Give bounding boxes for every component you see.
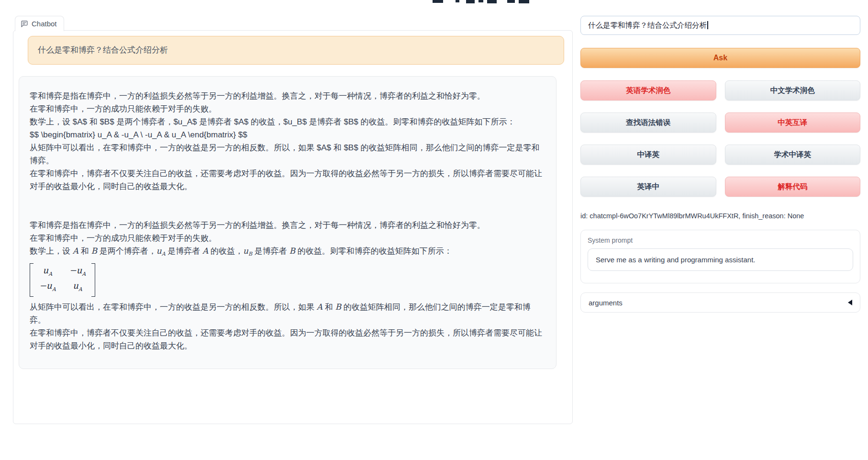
message-line-latex-source: $$ \begin{bmatrix} u_A & -u_A \ -u_A & u…: [30, 128, 545, 141]
arguments-accordion[interactable]: arguments: [580, 292, 860, 313]
matrix-entry: uA: [69, 280, 86, 295]
function-button-english-academic-polish[interactable]: 英语学术润色: [580, 80, 716, 101]
matrix-entry: uA: [39, 265, 56, 280]
message-line: 在零和博弈中，一方的成功只能依赖于对手的失败。: [30, 232, 545, 245]
question-input-value: 什么是零和博弈？结合公式介绍分析: [588, 21, 707, 29]
message-line: 在零和博弈中，博弈者不仅要关注自己的收益，还需要考虑对手的收益。因为一方取得的收…: [30, 326, 545, 352]
matrix-entry: −uA: [69, 265, 86, 280]
bot-message-bubble: 零和博弈是指在博弈中，一方的利益损失必然等于另一方的利益增益。换言之，对于每一种…: [19, 76, 556, 369]
chatbot-panel: 什么是零和博弈？结合公式介绍分析 零和博弈是指在博弈中，一方的利益损失必然等于另…: [13, 30, 573, 424]
matrix-left-bracket: [30, 263, 33, 296]
bot-rendered-latex-block: 零和博弈是指在博弈中，一方的利益损失必然等于另一方的利益增益。换言之，对于每一种…: [30, 219, 545, 352]
function-button-explain-code[interactable]: 解释代码: [725, 177, 861, 197]
text-caret: [707, 21, 708, 29]
ask-button[interactable]: Ask: [580, 48, 860, 68]
function-button-zh-en-mutual-translate[interactable]: 中英互译: [725, 112, 861, 133]
system-prompt-value: Serve me as a writing and programming as…: [596, 256, 755, 264]
chat-bubble-icon: [21, 20, 28, 28]
message-line: 从矩阵中可以看出，在零和博弈中，一方的收益是另一方的相反数。所以，如果 $A$ …: [30, 141, 545, 167]
clipped-page-title: [431, 0, 545, 4]
accordion-collapsed-icon: [848, 300, 852, 305]
control-column: 什么是零和博弈？结合公式介绍分析 Ask 英语学术润色中文学术润色查找语法错误中…: [580, 0, 860, 460]
chatbot-label-chip: Chatbot: [15, 16, 64, 31]
message-line: 零和博弈是指在博弈中，一方的利益损失必然等于另一方的利益增益。换言之，对于每一种…: [30, 219, 545, 232]
matrix-entry: −uA: [39, 280, 56, 295]
message-line: 零和博弈是指在博弈中，一方的利益损失必然等于另一方的利益增益。换言之，对于每一种…: [30, 90, 545, 102]
function-button-en-to-zh[interactable]: 英译中: [580, 177, 716, 197]
message-line-with-math: 从矩阵中可以看出，在零和博弈中，一方的收益是另一方的相反数。所以，如果 A 和 …: [30, 301, 545, 326]
message-line: 在零和博弈中，博弈者不仅要关注自己的收益，还需要考虑对手的收益。因为一方取得的收…: [30, 167, 545, 193]
status-line: id: chatcmpl-6wOo7KrYTwMl89lbrMWRu4UkFFX…: [580, 212, 860, 220]
function-button-academic-zh-to-en[interactable]: 学术中译英: [725, 145, 861, 165]
function-button-grid: 英语学术润色中文学术润色查找语法错误中英互译中译英学术中译英英译中解释代码: [580, 80, 860, 197]
user-message-text: 什么是零和博弈？结合公式介绍分析: [38, 45, 168, 55]
system-prompt-input[interactable]: Serve me as a writing and programming as…: [588, 248, 853, 271]
function-button-zh-to-en[interactable]: 中译英: [580, 145, 716, 165]
bot-raw-latex-block: 零和博弈是指在博弈中，一方的利益损失必然等于另一方的利益增益。换言之，对于每一种…: [30, 90, 545, 193]
message-line: 数学上，设 $A$ 和 $B$ 是两个博弈者，$u_A$ 是博弈者 $A$ 的收…: [30, 115, 545, 128]
question-input[interactable]: 什么是零和博弈？结合公式介绍分析: [580, 16, 860, 35]
function-button-find-grammar-errors[interactable]: 查找语法错误: [580, 112, 716, 133]
message-line: 在零和博弈中，一方的成功只能依赖于对手的失败。: [30, 102, 545, 115]
message-line-with-math: 数学上，设 A 和 B 是两个博弈者，uA 是博弈者 A 的收益，uB 是博弈者…: [30, 245, 545, 260]
latex-matrix: uA−uA−uAuA: [30, 263, 95, 296]
chatbot-label: Chatbot: [32, 20, 57, 28]
system-prompt-label: System prompt: [588, 236, 853, 244]
system-prompt-box: System prompt Serve me as a writing and …: [580, 230, 860, 283]
matrix-right-bracket: [91, 263, 95, 296]
function-button-chinese-academic-polish[interactable]: 中文学术润色: [725, 80, 861, 101]
user-message-bubble: 什么是零和博弈？结合公式介绍分析: [28, 36, 564, 65]
accordion-label: arguments: [589, 299, 623, 307]
